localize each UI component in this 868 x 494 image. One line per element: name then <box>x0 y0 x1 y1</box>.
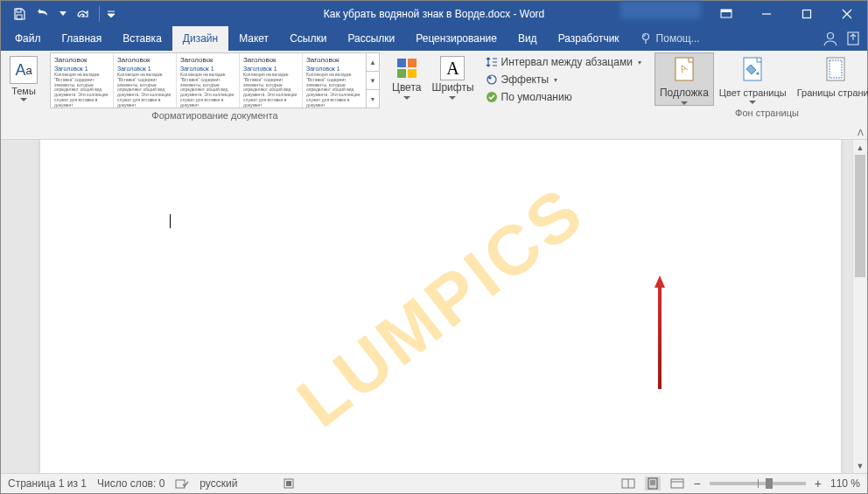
tab-developer[interactable]: Разработчик <box>548 26 630 51</box>
account-icon[interactable] <box>822 30 839 47</box>
set-default-button[interactable]: По умолчанию <box>483 89 644 105</box>
page-borders-label: Границы страниц <box>797 87 868 99</box>
tab-layout[interactable]: Макет <box>228 26 279 51</box>
tab-file[interactable]: Файл <box>4 26 52 51</box>
undo-dropdown[interactable] <box>57 2 69 26</box>
themes-button[interactable]: Aa Темы <box>4 52 43 101</box>
zoom-level[interactable]: 110 % <box>830 477 860 490</box>
tab-design[interactable]: Дизайн <box>172 26 228 51</box>
web-layout-button[interactable] <box>669 477 685 491</box>
tell-me-label: Помощ... <box>656 32 700 45</box>
svg-rect-26 <box>671 479 683 488</box>
style-set-gallery[interactable]: Заголовок Заголовок 1 Коллекция на вклад… <box>50 52 380 108</box>
print-layout-button[interactable] <box>645 477 661 491</box>
page-color-label: Цвет страницы <box>719 87 787 99</box>
paragraph-spacing-button[interactable]: Интервал между абзацами▾ <box>483 54 644 70</box>
svg-rect-9 <box>408 59 416 67</box>
svg-point-13 <box>488 77 491 80</box>
colors-label: Цвета <box>392 81 421 94</box>
style-set-item[interactable]: Заголовок Заголовок 1 Коллекция на вклад… <box>240 53 303 108</box>
title-bar: Как убрать водяной знак в Ворде.docx - W… <box>1 1 867 26</box>
window-title: Как убрать водяной знак в Ворде.docx - W… <box>324 8 545 20</box>
chevron-down-icon <box>20 98 27 101</box>
svg-point-12 <box>487 75 496 84</box>
ribbon-tabs: Файл Главная Вставка Дизайн Макет Ссылки… <box>1 26 867 51</box>
paragraph-spacing-icon <box>486 56 498 68</box>
formatting-options: Интервал между абзацами▾ Эффекты▾ По умо… <box>480 52 648 107</box>
tell-me[interactable]: Помощ... <box>630 26 710 51</box>
document-page[interactable]: LUMPICS <box>40 140 841 473</box>
scroll-thumb[interactable] <box>855 155 865 277</box>
fonts-icon: A <box>440 56 465 80</box>
ribbon-options-button[interactable] <box>706 1 746 26</box>
undo-button[interactable] <box>32 2 55 26</box>
zoom-in-button[interactable]: + <box>815 477 822 491</box>
svg-rect-0 <box>17 9 21 12</box>
page-borders-icon <box>822 56 850 86</box>
qat-customize-button[interactable] <box>105 2 117 26</box>
maximize-button[interactable] <box>787 1 827 26</box>
collapse-ribbon-button[interactable]: ᐱ <box>858 128 864 137</box>
group-doc-formatting: Заголовок Заголовок 1 Коллекция на вклад… <box>46 51 383 139</box>
fonts-button[interactable]: A Шрифты <box>426 52 479 100</box>
gallery-scroll-up[interactable]: ▲ <box>367 53 379 72</box>
check-icon <box>486 91 498 103</box>
read-mode-button[interactable] <box>620 477 636 491</box>
style-set-item[interactable]: Заголовок Заголовок 1 Коллекция на вклад… <box>51 53 114 108</box>
scroll-track[interactable] <box>853 155 867 458</box>
vertical-scrollbar[interactable]: ▲ ▼ <box>852 140 867 473</box>
svg-rect-21 <box>176 480 185 488</box>
page-borders-button[interactable]: Границы страниц <box>792 52 868 106</box>
colors-icon <box>395 56 419 80</box>
text-cursor <box>170 214 171 228</box>
minimize-button[interactable] <box>746 1 787 26</box>
page-color-icon <box>738 56 766 86</box>
style-set-item[interactable]: Заголовок Заголовок 1 Коллекция на вклад… <box>177 53 240 108</box>
svg-point-18 <box>757 73 760 75</box>
effects-button[interactable]: Эффекты▾ <box>483 72 644 87</box>
svg-rect-23 <box>286 481 291 486</box>
svg-rect-1 <box>17 15 22 19</box>
tab-mailings[interactable]: Рассылки <box>337 26 405 51</box>
zoom-out-button[interactable]: − <box>694 477 701 491</box>
close-button[interactable] <box>827 1 867 26</box>
style-set-item[interactable]: Заголовок Заголовок 1 Коллекция на вклад… <box>114 53 177 108</box>
watermark-icon: A <box>670 56 698 86</box>
status-language[interactable]: русский <box>200 477 237 490</box>
scroll-down-button[interactable]: ▼ <box>853 458 867 473</box>
page-color-button[interactable]: Цвет страницы <box>714 52 792 106</box>
scroll-up-button[interactable]: ▲ <box>853 140 867 155</box>
proofing-icon[interactable] <box>175 477 189 490</box>
chevron-down-icon <box>403 96 410 100</box>
gallery-expand[interactable]: ▾ <box>367 90 379 108</box>
svg-rect-3 <box>721 10 732 12</box>
style-set-item[interactable]: Заголовок Заголовок 1 Коллекция на вклад… <box>303 53 366 108</box>
zoom-slider[interactable] <box>710 482 806 485</box>
paragraph-spacing-label: Интервал между абзацами <box>501 56 633 68</box>
status-page[interactable]: Страница 1 из 1 <box>8 477 87 490</box>
tab-insert[interactable]: Вставка <box>112 26 172 51</box>
macro-icon[interactable] <box>283 477 295 490</box>
set-default-label: По умолчанию <box>501 91 572 103</box>
chevron-down-icon <box>749 101 756 104</box>
gallery-scroll-down[interactable]: ▼ <box>367 72 379 90</box>
status-word-count[interactable]: Число слов: 0 <box>97 477 164 490</box>
share-icon[interactable] <box>844 30 862 47</box>
tab-view[interactable]: Вид <box>508 26 548 51</box>
effects-label: Эффекты <box>501 73 550 86</box>
svg-rect-10 <box>397 69 406 78</box>
svg-point-6 <box>828 33 834 39</box>
colors-button[interactable]: Цвета <box>387 52 426 100</box>
redo-button[interactable] <box>71 2 94 26</box>
ribbon: Aa Темы Заголовок Заголовок 1 Коллекция … <box>1 51 867 140</box>
watermark-button[interactable]: A Подложка <box>654 52 714 106</box>
user-account-area[interactable] <box>620 1 701 18</box>
save-button[interactable] <box>8 2 31 26</box>
tab-references[interactable]: Ссылки <box>279 26 337 51</box>
themes-icon: Aa <box>10 56 38 84</box>
svg-rect-8 <box>397 59 406 67</box>
chevron-down-icon <box>449 96 456 100</box>
tab-home[interactable]: Главная <box>52 26 113 51</box>
tab-review[interactable]: Рецензирование <box>405 26 508 51</box>
themes-label: Темы <box>11 86 36 96</box>
